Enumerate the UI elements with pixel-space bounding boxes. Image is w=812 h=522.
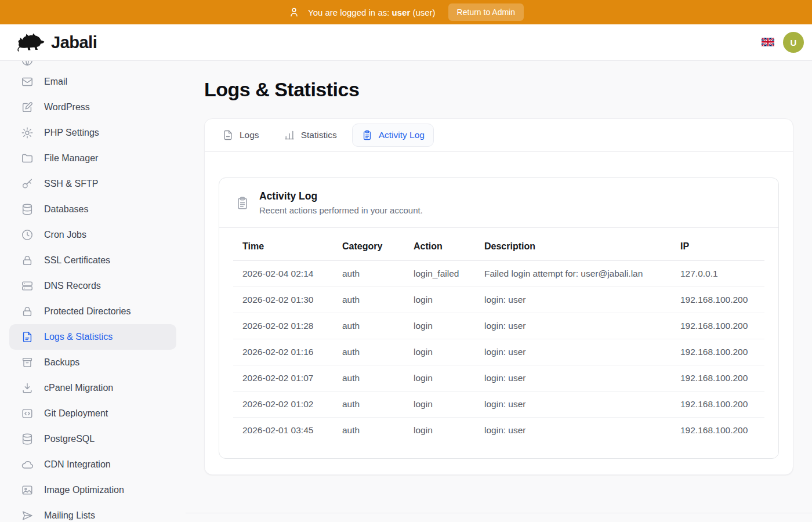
admin-impersonation-bar: You are logged in as: user (user) Return… — [0, 0, 812, 24]
sidebar-item-label: PostgreSQL — [44, 434, 95, 444]
image-icon — [21, 484, 34, 496]
tab-statistics[interactable]: Statistics — [274, 124, 346, 147]
sidebar-item-postgresql[interactable]: PostgreSQL — [9, 426, 176, 452]
lock-icon — [21, 305, 34, 318]
cell-description: login: user — [475, 418, 671, 444]
cell-description: login: user — [475, 339, 671, 365]
cell-ip: 192.168.100.200 — [671, 339, 764, 365]
code-icon — [21, 407, 34, 420]
table-row: 2026-02-02 01:07 auth login login: user … — [233, 365, 764, 392]
col-category: Category — [333, 233, 404, 261]
cell-time: 2026-02-02 01:28 — [233, 313, 333, 339]
cell-time: 2026-02-02 01:16 — [233, 339, 333, 365]
sidebar-item-label: SSL Certificates — [44, 255, 110, 266]
download-icon — [21, 382, 34, 394]
gear-icon — [21, 126, 34, 139]
cell-ip: 127.0.0.1 — [671, 261, 764, 287]
sidebar-item-label: Mailing Lists — [44, 510, 95, 521]
col-time: Time — [233, 233, 333, 261]
globe-icon — [21, 61, 34, 67]
sidebar-item-cdn-integration[interactable]: CDN Integration — [9, 452, 176, 477]
sidebar-item-label: Databases — [44, 204, 89, 215]
boar-logo — [16, 31, 45, 53]
sidebar-item-protected-directories[interactable]: Protected Directories — [9, 299, 176, 324]
cell-time: 2026-02-04 02:14 — [233, 261, 333, 287]
clipboard-icon — [361, 129, 373, 141]
sidebar-item-label: Email — [44, 77, 67, 87]
archive-icon — [21, 356, 34, 369]
logged-in-role: (user) — [412, 8, 435, 17]
cell-time: 2026-02-02 01:30 — [233, 287, 333, 313]
user-avatar[interactable]: U — [783, 32, 804, 53]
page-title: Logs & Statistics — [204, 78, 793, 101]
col-ip: IP — [671, 233, 764, 261]
sidebar-nav: Email WordPress PHP Settings File Manage… — [0, 61, 186, 522]
cell-description: login: user — [475, 313, 671, 339]
clock-icon — [21, 229, 34, 241]
table-row: 2026-02-04 02:14 auth login_failed Faile… — [233, 261, 764, 287]
cell-action: login — [404, 392, 475, 418]
lock-icon — [21, 254, 34, 267]
cell-description: login: user — [475, 365, 671, 392]
clipboard-icon — [235, 195, 250, 211]
sidebar-item-ssh-sftp[interactable]: SSH & SFTP — [9, 171, 176, 197]
cell-category: auth — [333, 261, 404, 287]
col-description: Description — [475, 233, 671, 261]
table-header-row: Time Category Action Description IP — [233, 233, 764, 261]
cell-ip: 192.168.100.200 — [671, 313, 764, 339]
sidebar-item-databases[interactable]: Databases — [9, 197, 176, 222]
key-icon — [21, 177, 34, 190]
cell-category: auth — [333, 313, 404, 339]
cell-action: login_failed — [404, 261, 475, 287]
tab-label: Activity Log — [379, 130, 425, 140]
clipped-sidebar-item — [0, 61, 186, 69]
sidebar-item-php-settings[interactable]: PHP Settings — [9, 120, 176, 146]
return-to-admin-button[interactable]: Return to Admin — [448, 3, 524, 21]
brand-name: Jabali — [51, 33, 97, 52]
sidebar-item-ssl-certificates[interactable]: SSL Certificates — [9, 248, 176, 273]
cell-ip: 192.168.100.200 — [671, 287, 764, 313]
sidebar-item-file-manager[interactable]: File Manager — [9, 146, 176, 171]
brand[interactable]: Jabali — [16, 31, 97, 53]
cloud-icon — [21, 458, 34, 471]
cell-description: login: user — [475, 287, 671, 313]
activity-log-card-header: Activity Log Recent actions performed in… — [219, 178, 778, 228]
sidebar-item-email[interactable]: Email — [9, 69, 176, 95]
file-icon — [222, 129, 234, 141]
sidebar-item-label: Logs & Statistics — [44, 332, 113, 342]
sidebar-item-label: Protected Directories — [44, 306, 130, 317]
card-title: Activity Log — [259, 190, 423, 202]
cell-category: auth — [333, 339, 404, 365]
cell-category: auth — [333, 418, 404, 444]
sidebar-item-label: PHP Settings — [44, 128, 99, 138]
cell-category: auth — [333, 365, 404, 392]
tab-activity-log[interactable]: Activity Log — [352, 124, 434, 147]
sidebar-item-label: File Manager — [44, 153, 98, 164]
table-row: 2026-02-01 03:45 auth login login: user … — [233, 418, 764, 444]
sidebar-item-label: SSH & SFTP — [44, 179, 98, 189]
sidebar-item-dns-records[interactable]: DNS Records — [9, 273, 176, 299]
sidebar-item-wordpress[interactable]: WordPress — [9, 95, 176, 120]
sidebar-item-cpanel-migration[interactable]: cPanel Migration — [9, 375, 176, 401]
sidebar-item-label: Backups — [44, 357, 79, 368]
sidebar-item-cron-jobs[interactable]: Cron Jobs — [9, 222, 176, 248]
sidebar-item-backups[interactable]: Backups — [9, 350, 176, 375]
sidebar-item-label: cPanel Migration — [44, 383, 113, 393]
edit-icon — [21, 101, 34, 114]
sidebar-item-logs-statistics[interactable]: Logs & Statistics — [9, 324, 176, 350]
sidebar-item-image-optimization[interactable]: Image Optimization — [9, 477, 176, 503]
cell-action: login — [404, 418, 475, 444]
sidebar-item-git-deployment[interactable]: Git Deployment — [9, 401, 176, 426]
card-subtitle: Recent actions performed in your account… — [259, 205, 423, 215]
database-icon — [21, 433, 34, 445]
cell-category: auth — [333, 392, 404, 418]
tab-label: Logs — [240, 130, 259, 140]
activity-log-card: Activity Log Recent actions performed in… — [219, 177, 779, 459]
table-row: 2026-02-02 01:16 auth login login: user … — [233, 339, 764, 365]
cell-category: auth — [333, 287, 404, 313]
sidebar-item-mailing-lists[interactable]: Mailing Lists — [9, 503, 176, 522]
uk-flag-icon[interactable] — [762, 38, 774, 47]
sidebar-item-label: Image Optimization — [44, 485, 124, 495]
tab-logs[interactable]: Logs — [213, 124, 269, 147]
tab-bar: Logs Statistics Activity Log — [205, 119, 793, 152]
